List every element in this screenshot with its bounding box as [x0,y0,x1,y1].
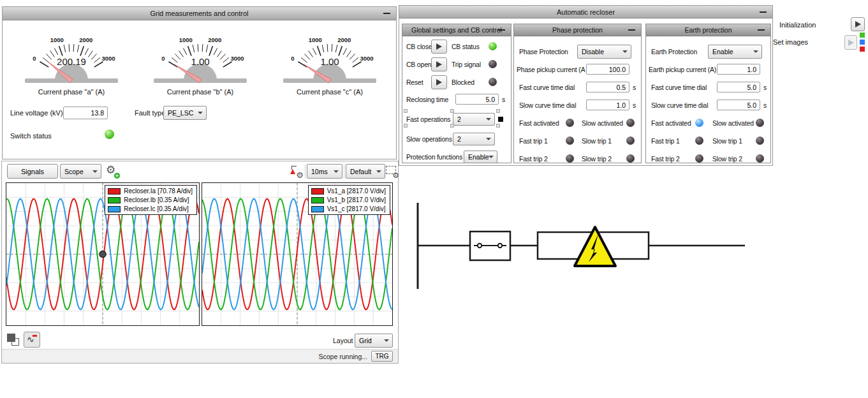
selection-handle[interactable] [496,109,500,113]
initialization-run-button[interactable] [851,17,865,31]
slow-operations-select[interactable]: 2 [453,133,495,145]
phase-protection-titlebar[interactable]: Phase protection [514,24,641,36]
phase-mode-select[interactable]: Disable [577,45,631,59]
phase-slow-trip1-label: Slow trip 1 [582,138,612,145]
gauge-current-phase-a: 0100020003000200.19 [17,29,126,90]
signals-button[interactable]: Signals [7,164,58,179]
global-settings-titlebar[interactable]: Global settings and CB control [402,24,511,36]
phase-fast-dial-input[interactable]: 0.5 [586,82,629,92]
earth-slow-trip2-led [756,154,764,163]
phase-protection-title: Phase protection [552,26,603,34]
minimize-icon[interactable] [383,13,390,14]
fault-type-select[interactable]: PE_LSC [163,106,207,120]
line-voltage-input[interactable]: 13.8 [63,107,108,119]
switch-status-label: Switch status [10,132,52,140]
earth-pickup-label: Earth pickup current (A) [649,66,716,73]
timebase-select[interactable]: 10ms [307,164,342,179]
svg-text:2000: 2000 [79,36,92,43]
protection-functions-select[interactable]: Enable [464,151,497,163]
phase-fast-trip1-led [566,136,574,145]
earth-slow-activated-label: Slow activated [712,120,754,127]
gear-icon: ⚙ [296,170,304,180]
phase-slow-activated-led [626,119,635,127]
svg-text:1000: 1000 [50,36,64,43]
svg-text:0: 0 [33,55,36,62]
fast-operations-select[interactable]: 2 [453,113,495,126]
set-images-label: Set images [773,38,808,46]
earth-fast-activated-led [695,119,703,127]
selection-handle[interactable] [450,109,454,113]
add-scope-icon[interactable]: ⚙ + [106,165,120,179]
series-swatch [311,188,324,195]
phase-fast-dial-label: Fast curve time dial [519,84,575,91]
breaker-terminal-right [498,244,502,247]
grid-panel-titlebar[interactable]: Grid measurements and control [3,7,396,20]
earth-slow-dial-input[interactable]: 5.0 [717,100,760,110]
legend-label: Vs1_a [2817.0 V/div] [327,188,386,195]
waveform-toggle-button[interactable]: ∿ [24,332,40,348]
scope-plot-currents[interactable]: Recloser.Ia [70.78 A/div] Recloser.Ib [0… [6,182,200,326]
selection-anchor[interactable] [498,117,503,122]
earth-fast-activated-label: Fast activated [651,120,691,127]
scope-widget: Signals Scope ⚙ + ⚙ 10ms Default ⚙ Reclo… [1,161,399,364]
reset-button[interactable] [431,75,447,89]
earth-fast-dial-input[interactable]: 5.0 [717,82,760,92]
phase-pickup-label: Phase pickup current (A) [517,66,585,73]
set-images-run-button[interactable] [844,35,857,50]
earth-protection-titlebar[interactable]: Earth protection [646,24,770,36]
earth-slow-trip1-label: Slow trip 1 [712,138,742,145]
minimize-icon[interactable] [498,29,505,31]
blocked-led [489,78,497,86]
earth-fast-trip2-led [695,154,703,163]
image-swatch-red [860,47,865,52]
layers-icon[interactable] [7,334,21,348]
svg-text:1.00: 1.00 [191,56,209,67]
earth-pickup-input[interactable]: 1.0 [717,64,760,75]
earth-mode-select[interactable]: Enable [708,45,762,59]
play-icon [436,61,442,68]
scope-plot-voltages[interactable]: Vs1_a [2817.0 V/div] Vs1_b [2817.0 V/div… [202,182,393,326]
phase-fast-trip2-label: Fast trip 2 [519,156,548,163]
play-icon [855,21,861,27]
phase-slow-dial-input[interactable]: 1.0 [586,100,629,110]
slow-operations-label: Slow operations [406,136,452,143]
phase-slow-dial-label: Slow curve time dial [519,102,576,109]
layer-front-icon [7,334,15,342]
gauge-current-phase-b: 01000200030001.00 [146,29,254,90]
selection-handle[interactable] [450,124,454,128]
minimize-icon[interactable] [758,29,765,31]
svg-text:1000: 1000 [179,36,193,43]
cb-status-led [489,42,497,50]
cb-open-button[interactable] [431,57,447,71]
preset-select[interactable]: Default [346,164,385,179]
phase-slow-trip2-label: Slow trip 2 [582,156,612,163]
phase-slow-activated-label: Slow activated [582,120,624,127]
phase-pickup-input[interactable]: 100.0 [586,64,629,75]
cb-close-button[interactable] [431,40,447,54]
svg-text:1.00: 1.00 [320,56,339,67]
gear-icon: ⚙ [392,171,399,180]
fast-operations-label: Fast operations [406,116,450,123]
minimize-icon[interactable] [628,29,635,31]
red-dash-icon [33,335,37,337]
scope-status-text: Scope running... [319,353,367,360]
layout-select[interactable]: Grid [355,334,393,348]
view-settings-icon[interactable]: ⚙ [385,165,399,179]
trigger-settings-icon[interactable]: ⚙ [290,165,304,179]
svg-text:3000: 3000 [101,55,115,62]
gauge-current-phase-c: 01000200030001.00 [276,29,384,90]
cb-close-label: CB close [406,43,432,50]
recloser-titlebar[interactable]: Automatic recloser [399,6,772,18]
scope-mode-select[interactable]: Scope [60,164,101,179]
selection-handle[interactable] [496,124,500,128]
reclosing-time-input[interactable]: 5.0 [455,94,499,105]
minimize-icon[interactable] [760,11,767,13]
selection-handle[interactable] [404,109,408,113]
series-swatch [108,197,121,203]
trg-button[interactable]: TRG [371,351,393,362]
plot2-legend: Vs1_a [2817.0 V/div] Vs1_b [2817.0 V/div… [308,185,390,215]
grid-measurements-panel: Grid measurements and control 0100020003… [2,6,397,159]
selection-handle[interactable] [404,124,408,128]
series-swatch [108,206,121,212]
play-icon [436,79,442,85]
